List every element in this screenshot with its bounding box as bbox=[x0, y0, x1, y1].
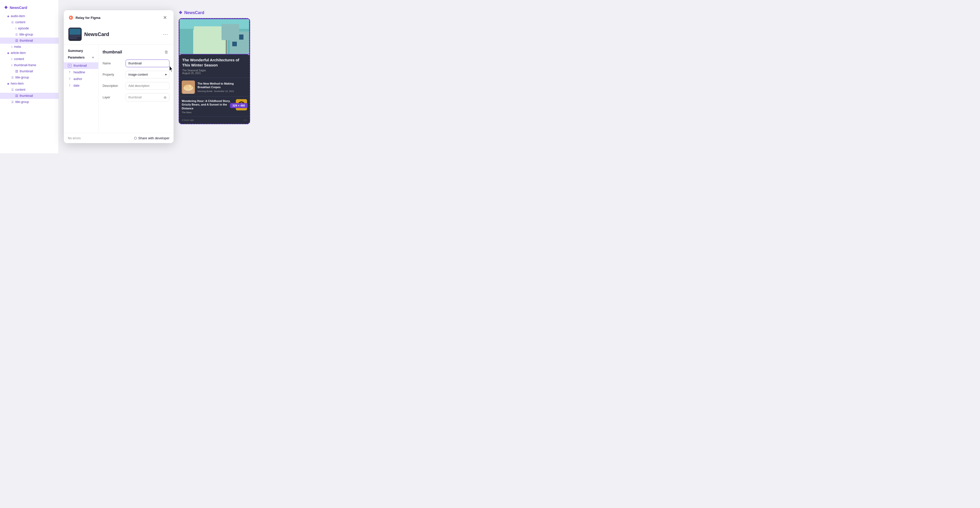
property-field-row: Property image-content ▾ bbox=[103, 71, 169, 78]
image-icon-3: 🖼 bbox=[15, 94, 18, 97]
detail-title: thumbnail bbox=[103, 50, 122, 54]
property-select[interactable]: image-content ▾ bbox=[126, 71, 169, 78]
selection-handle-bl bbox=[179, 123, 180, 124]
share-with-developer-button[interactable]: ⬡ Share with developer bbox=[134, 136, 169, 140]
image-icon-2: 🖼 bbox=[15, 70, 18, 73]
property-label: Property bbox=[103, 73, 123, 77]
relay-modal: Relay for Figma ✕ NewsCard ⋯ bbox=[64, 10, 173, 143]
lines-icon-3: ☰ bbox=[11, 76, 14, 79]
dimensions-badge: 329 × 480 bbox=[230, 103, 248, 108]
description-label: Description bbox=[103, 84, 123, 88]
card-hero-date: August 25, 2021 bbox=[182, 72, 247, 75]
modal-body: Summary Parameters + ⊞ thumbnail T headl… bbox=[64, 45, 173, 133]
sidebar-item-thumbnail-2[interactable]: 🖼 thumbnail bbox=[0, 68, 59, 74]
sidebar-item-title-group-3[interactable]: ☰ title-group bbox=[0, 99, 59, 105]
layer-label: Layer bbox=[103, 96, 123, 99]
modal-header: Relay for Figma ✕ bbox=[64, 10, 173, 25]
param-date[interactable]: T date bbox=[64, 82, 98, 89]
card-horizontal[interactable]: The New Method to Making Breakfast Crepe… bbox=[179, 78, 250, 96]
diamond-small-icon: ◆ bbox=[7, 14, 9, 18]
sidebar-item-title-group-2[interactable]: ☰ title-group bbox=[0, 74, 59, 80]
svg-point-18 bbox=[189, 85, 191, 87]
card-h-date: November 10, 2021 bbox=[214, 90, 234, 93]
description-input[interactable] bbox=[126, 82, 169, 90]
modal-close-button[interactable]: ✕ bbox=[161, 14, 169, 21]
param-author[interactable]: T author bbox=[64, 76, 98, 82]
diamond-icon: ❖ bbox=[4, 5, 8, 10]
no-errors-label: No errors bbox=[68, 136, 81, 140]
modal-more-button[interactable]: ⋯ bbox=[162, 30, 169, 38]
hero-image-svg bbox=[179, 19, 250, 54]
name-input[interactable] bbox=[126, 59, 169, 67]
bars-icon-4: ⦀ bbox=[11, 64, 13, 67]
svg-rect-4 bbox=[199, 30, 205, 38]
sidebar-item-meta[interactable]: ⦀ meta bbox=[0, 44, 59, 50]
summary-title: Summary bbox=[64, 49, 98, 55]
lines-icon-5: ☰ bbox=[11, 101, 14, 104]
component-row: NewsCard ⋯ bbox=[64, 25, 173, 45]
param-text-icon-1: T bbox=[68, 71, 72, 74]
card-hero[interactable]: The Wonderful Architectures of This Wint… bbox=[179, 19, 250, 78]
card-hero-title: The Wonderful Architectures of This Wint… bbox=[182, 58, 247, 67]
sidebar-item-episode[interactable]: ⦀ episode bbox=[0, 25, 59, 32]
svg-rect-8 bbox=[208, 40, 215, 47]
card-text[interactable]: Wondering Hour: A Childhood Story, Grizz… bbox=[179, 96, 250, 116]
card-h-source: Morning Break bbox=[197, 90, 213, 93]
lines-icon: ☰ bbox=[11, 21, 14, 24]
add-parameter-button[interactable]: + bbox=[92, 55, 94, 60]
selection-handle-br bbox=[248, 123, 250, 124]
preview-diamond-icon: ❖ bbox=[179, 10, 182, 15]
svg-rect-12 bbox=[232, 42, 237, 46]
preview-panel: ❖ NewsCard bbox=[179, 10, 256, 143]
card-hero-content: The Wonderful Architectures of This Wint… bbox=[179, 54, 250, 78]
svg-rect-13 bbox=[226, 34, 227, 54]
param-thumbnail[interactable]: ⊞ thumbnail bbox=[64, 62, 98, 69]
news-card-preview: The Wonderful Architectures of This Wint… bbox=[179, 18, 250, 124]
param-headline[interactable]: T headline bbox=[64, 69, 98, 76]
sidebar-item-content-2[interactable]: ⦀ content bbox=[0, 56, 59, 62]
card-more-button[interactable]: ⋯ bbox=[243, 118, 247, 122]
sidebar-item-thumbnail-active[interactable]: 🖼 thumbnail bbox=[0, 38, 59, 44]
diamond-icon-3: ◆ bbox=[7, 82, 9, 85]
sidebar-item-content[interactable]: ☰ content bbox=[0, 19, 59, 25]
svg-rect-7 bbox=[199, 40, 205, 47]
modal-left-panel: Summary Parameters + ⊞ thumbnail T headl… bbox=[64, 45, 99, 133]
sidebar-item-title-group[interactable]: ☰ title-group bbox=[0, 32, 59, 38]
svg-point-14 bbox=[225, 33, 228, 35]
card-footer: 4 hours ago ⋯ bbox=[179, 116, 250, 124]
card-h-image bbox=[182, 80, 195, 94]
name-field-row: Name bbox=[103, 59, 169, 67]
card-text-source: The Bees bbox=[182, 111, 233, 114]
svg-rect-6 bbox=[217, 30, 223, 38]
sidebar-item-article-item[interactable]: ◆ article-item bbox=[0, 50, 59, 56]
parameters-header: Parameters + bbox=[64, 55, 98, 62]
main-area: Relay for Figma ✕ NewsCard ⋯ bbox=[59, 0, 261, 153]
svg-point-19 bbox=[186, 86, 188, 88]
sidebar-item-content-3[interactable]: ☰ content bbox=[0, 86, 59, 93]
share-icon: ⬡ bbox=[134, 136, 137, 140]
card-hero-image bbox=[179, 19, 250, 54]
sidebar-item-thumbnail-frame[interactable]: ⦀ thumbnail-frame bbox=[0, 62, 59, 68]
component-header-left: NewsCard bbox=[68, 27, 109, 41]
parameters-title: Parameters bbox=[68, 56, 84, 59]
card-h-meta: Morning Break November 10, 2021 bbox=[197, 90, 247, 93]
bars-icon-2: ⦀ bbox=[11, 45, 13, 48]
card-text-content: Wondering Hour: A Childhood Story, Grizz… bbox=[182, 99, 233, 114]
lines-icon-2: ☰ bbox=[15, 33, 18, 36]
modal-right-panel: thumbnail 🗑 Name Property image-content … bbox=[99, 45, 173, 133]
sidebar-item-audio-item[interactable]: ◆ audio-item bbox=[0, 13, 59, 19]
sidebar: ❖ NewsCard ◆ audio-item ☰ content ⦀ epis… bbox=[0, 0, 59, 153]
param-text-icon-3: T bbox=[68, 84, 72, 87]
svg-rect-5 bbox=[208, 30, 215, 38]
name-label: Name bbox=[103, 62, 123, 65]
crosshair-icon[interactable]: ⊕ bbox=[164, 95, 167, 99]
layer-field-row: Layer thumbnail ⊕ bbox=[103, 93, 169, 101]
sidebar-item-thumbnail-3[interactable]: 🖼 thumbnail bbox=[0, 93, 59, 99]
svg-rect-10 bbox=[232, 35, 237, 40]
card-h-content: The New Method to Making Breakfast Crepe… bbox=[197, 82, 247, 93]
description-field-row: Description bbox=[103, 82, 169, 90]
delete-button[interactable]: 🗑 bbox=[163, 49, 169, 56]
bars-icon-3: ⦀ bbox=[11, 58, 13, 61]
diamond-icon-2: ◆ bbox=[7, 51, 9, 55]
sidebar-item-hero-item[interactable]: ◆ hero-item bbox=[0, 80, 59, 86]
